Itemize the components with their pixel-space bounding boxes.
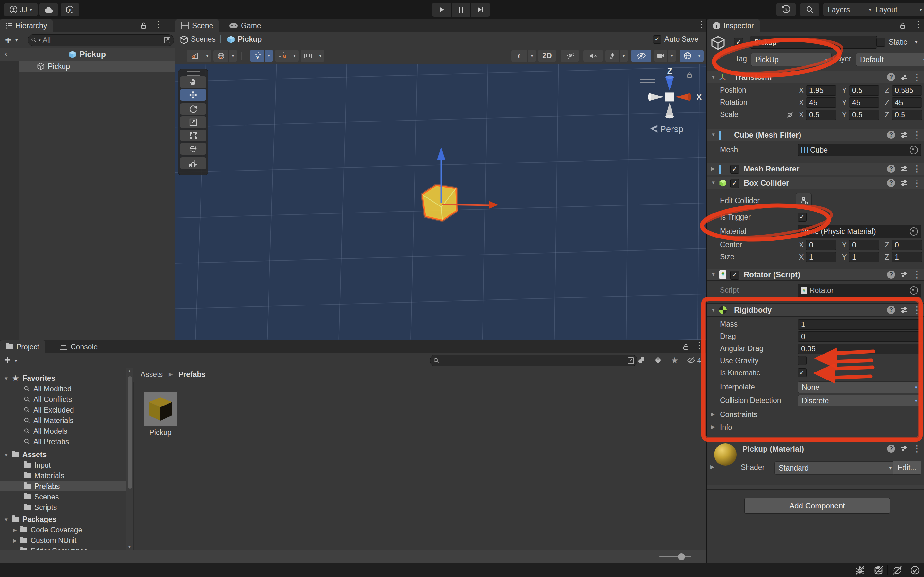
project-tree-scrollbar[interactable]: ▲ ▼ xyxy=(126,368,134,550)
chevron-down-icon[interactable]: ▾ xyxy=(15,358,17,364)
foldout-closed-icon[interactable]: ▶ xyxy=(13,527,17,533)
audio-toggle[interactable] xyxy=(583,50,603,62)
cache-server-status-button[interactable] xyxy=(871,564,886,576)
size-z-field[interactable]: 1 xyxy=(892,252,922,262)
progress-status-button[interactable] xyxy=(907,564,923,576)
lighting-toggle[interactable] xyxy=(561,50,579,62)
account-button[interactable]: JJ ▾ xyxy=(4,3,37,16)
tab-console[interactable]: Console xyxy=(54,340,103,353)
slider-knob[interactable] xyxy=(678,553,685,560)
scale-x-field[interactable]: 0.5 xyxy=(806,110,837,120)
object-picker-icon[interactable] xyxy=(909,146,918,154)
view-tool-button[interactable] xyxy=(180,76,206,88)
use-gravity-checkbox[interactable] xyxy=(798,356,806,365)
help-icon[interactable] xyxy=(887,131,895,139)
rotation-y-field[interactable]: 45 xyxy=(849,97,879,108)
tree-assets-scenes[interactable]: Scenes xyxy=(0,492,126,502)
tag-dropdown[interactable]: PickUp ▾ xyxy=(751,53,832,66)
auto-refresh-status-button[interactable] xyxy=(889,564,905,576)
scroll-down-icon[interactable]: ▼ xyxy=(128,544,132,549)
edit-collider-button[interactable] xyxy=(796,193,812,208)
effects-dropdown[interactable]: ▾ xyxy=(606,50,628,62)
tab-project[interactable]: Project xyxy=(0,340,45,353)
grid-snapping-toggle[interactable]: Y ▾ xyxy=(250,50,273,62)
unlock-icon[interactable] xyxy=(683,343,689,350)
project-search-input[interactable] xyxy=(430,355,638,366)
rotator-checkbox[interactable] xyxy=(730,271,739,279)
is-kinematic-checkbox[interactable] xyxy=(798,368,806,377)
tree-packages-custom-nunit[interactable]: ▶ Custom NUnit xyxy=(0,535,126,546)
camera-dropdown[interactable]: ▾ xyxy=(654,50,676,62)
search-by-label-button[interactable] xyxy=(651,355,665,366)
tree-all-prefabs[interactable]: All Prefabs xyxy=(0,437,126,447)
foldout-open-icon[interactable]: ▼ xyxy=(4,517,9,522)
shader-dropdown[interactable]: Standard ▾ xyxy=(774,461,896,475)
search-by-type-button[interactable] xyxy=(635,355,648,366)
tree-all-conflicts[interactable]: All Conflicts xyxy=(0,394,126,405)
add-component-button[interactable]: Add Component xyxy=(744,498,890,514)
tab-inspector[interactable]: i Inspector xyxy=(707,19,760,32)
breadcrumb-assets[interactable]: Assets xyxy=(141,370,163,379)
breadcrumb-scenes[interactable]: Scenes xyxy=(191,35,216,44)
component-menu-icon[interactable]: ⋮ xyxy=(913,74,921,81)
hidden-packages-button[interactable]: 4 xyxy=(683,355,704,366)
position-x-field[interactable]: 1.95 xyxy=(806,85,837,95)
gameobject-active-checkbox[interactable] xyxy=(734,38,743,47)
hierarchy-menu-icon[interactable]: ⋮ xyxy=(154,21,163,27)
tree-packages[interactable]: ▼ Packages xyxy=(0,514,126,524)
tree-all-materials[interactable]: All Materials xyxy=(0,416,126,426)
center-z-field[interactable]: 0 xyxy=(892,240,922,250)
mesh-object-field[interactable]: Cube xyxy=(798,143,921,156)
rect-tool-button[interactable] xyxy=(180,129,206,141)
tree-all-modified[interactable]: All Modified xyxy=(0,384,126,394)
mass-field[interactable]: 1 xyxy=(798,319,923,330)
rigidbody-header[interactable]: ▼ Rigidbody ⋮ xyxy=(707,303,924,317)
foldout-open-icon[interactable]: ▼ xyxy=(711,271,716,277)
breadcrumb-prefabs[interactable]: Prefabs xyxy=(178,370,205,379)
create-add-button[interactable]: + xyxy=(5,34,11,46)
physic-material-field[interactable]: None (Physic Material) xyxy=(798,225,921,238)
presets-icon[interactable] xyxy=(900,179,907,187)
tab-scene[interactable]: Scene xyxy=(176,19,219,32)
open-in-window-icon[interactable] xyxy=(628,358,634,364)
layers-dropdown[interactable]: Layers ▾ xyxy=(823,3,876,16)
chevron-down-icon[interactable]: ▾ xyxy=(15,37,18,43)
foldout-open-icon[interactable]: ▼ xyxy=(711,307,716,313)
foldout-closed-icon[interactable]: ▶ xyxy=(711,166,715,171)
scale-y-field[interactable]: 0.5 xyxy=(849,110,879,120)
open-in-window-icon[interactable] xyxy=(164,37,170,43)
unlock-icon[interactable] xyxy=(900,22,906,29)
scene-viewport[interactable]: Z X Persp xyxy=(176,64,706,340)
object-picker-icon[interactable] xyxy=(909,286,918,295)
asset-item-pickup[interactable]: Pickup xyxy=(144,392,177,440)
component-menu-icon[interactable]: ⋮ xyxy=(913,446,921,452)
foldout-open-icon[interactable]: ▼ xyxy=(711,180,716,185)
script-object-field[interactable]: # Rotator xyxy=(798,284,921,297)
presets-icon[interactable] xyxy=(900,74,907,81)
foldout-closed-icon[interactable]: ▶ xyxy=(710,464,714,470)
box-collider-checkbox[interactable] xyxy=(730,179,739,188)
transform-tool-button[interactable] xyxy=(180,143,206,155)
foldout-open-icon[interactable]: ▼ xyxy=(4,376,9,381)
position-z-field[interactable]: 0.585 xyxy=(892,85,922,95)
help-icon[interactable] xyxy=(887,179,895,187)
tree-all-models[interactable]: All Models xyxy=(0,426,126,436)
presets-icon[interactable] xyxy=(900,165,907,172)
scrollbar-thumb[interactable] xyxy=(128,376,132,488)
size-x-field[interactable]: 1 xyxy=(806,252,837,262)
help-icon[interactable] xyxy=(887,271,895,279)
draw-mode-dropdown[interactable]: ◐ ▾ xyxy=(511,50,536,62)
plastic-scm-button[interactable]: p xyxy=(61,3,79,16)
tree-assets-materials[interactable]: Materials xyxy=(0,471,126,481)
debugger-status-button[interactable] xyxy=(852,564,867,576)
tab-hierarchy[interactable]: Hierarchy xyxy=(0,19,53,32)
prefab-back-button[interactable]: ‹ xyxy=(5,49,7,59)
hierarchy-item-pickup[interactable]: Pickup xyxy=(19,61,193,72)
foldout-open-icon[interactable]: ▼ xyxy=(4,452,9,458)
presets-icon[interactable] xyxy=(900,306,907,314)
mesh-renderer-header[interactable]: ▶ Mesh Renderer ⋮ xyxy=(707,163,924,175)
mesh-renderer-checkbox[interactable] xyxy=(730,165,739,174)
rotator-header[interactable]: ▼ # Rotator (Script) ⋮ xyxy=(707,269,924,281)
scene-visibility-toggle[interactable] xyxy=(631,50,651,62)
unlock-icon[interactable] xyxy=(141,22,147,29)
